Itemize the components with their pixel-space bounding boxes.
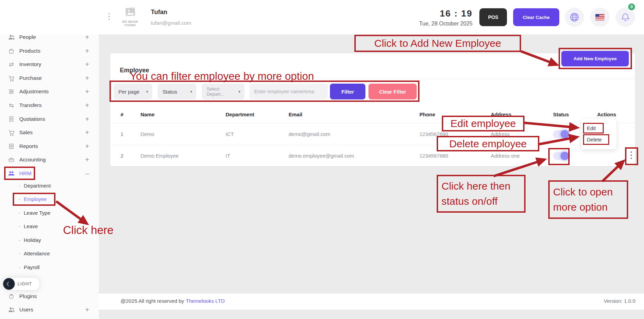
table-row: 1DemoICTdemo@gmail.com1234567890Address <box>110 123 635 145</box>
sidebar-item-label: Employee <box>24 196 47 202</box>
cell-email: demo.employee@gmail.com <box>289 153 419 159</box>
users-icon <box>8 306 15 313</box>
toggle-knob <box>561 152 569 160</box>
sidebar-item-users[interactable]: Users+ <box>0 303 99 316</box>
card-divider <box>110 79 635 79</box>
sidebar-item-adjustments[interactable]: Adjustments+ <box>0 85 99 98</box>
sidebar-item-products[interactable]: Products+ <box>0 44 99 57</box>
sidebar-item-quotations[interactable]: Quotations+ <box>0 113 99 126</box>
column-header-name: Name <box>141 111 226 117</box>
sidebar-item-label: Payroll <box>24 264 40 270</box>
expand-plus-icon[interactable]: + <box>85 47 89 55</box>
sidebar-subitem-holiday[interactable]: -Holiday <box>0 233 99 246</box>
edit-menu-item[interactable]: Edit <box>581 123 616 134</box>
expand-plus-icon[interactable]: + <box>85 88 89 96</box>
sidebar-item-sales[interactable]: Sales+ <box>0 126 99 139</box>
dash-icon: - <box>19 237 20 243</box>
annotation-more-note: Click to openmore option <box>548 180 628 219</box>
collapse-minus-icon[interactable]: – <box>85 170 89 178</box>
sidebar-item-label: Holiday <box>24 237 41 243</box>
locale-flag-button[interactable] <box>590 8 610 27</box>
copyright: @2025 All right reserved byThemelooks LT… <box>121 298 225 304</box>
sidebar-item-label: Reports <box>19 143 38 149</box>
delete-menu-item[interactable]: Delete <box>581 134 616 145</box>
reports-icon <box>8 142 15 150</box>
employee-search-input[interactable] <box>249 84 328 99</box>
expand-plus-icon[interactable]: + <box>85 102 89 109</box>
sidebar-subitem-leave[interactable]: -Leave <box>0 220 99 233</box>
sidebar-item-accounting[interactable]: Accounting+ <box>0 153 99 166</box>
sidebar-item-label: HRM <box>19 170 31 177</box>
theme-toggle[interactable]: ☾ LIGHT <box>3 277 40 290</box>
status-toggle[interactable] <box>553 152 569 160</box>
sidebar-item-plugins[interactable]: Plugins <box>0 290 99 303</box>
products-icon <box>8 47 15 55</box>
sidebar-item-hrm[interactable]: HRM– <box>0 167 99 180</box>
cell-address: Address one <box>491 153 553 159</box>
sales-icon <box>8 129 15 136</box>
sidebar-item-reports[interactable]: Reports+ <box>0 140 99 153</box>
status-select-label: Status <box>163 89 177 95</box>
language-globe-button[interactable] <box>565 8 584 27</box>
sidebar-subitem-employee[interactable]: -Employee <box>0 192 99 205</box>
pos-button[interactable]: POS <box>479 8 507 26</box>
clock-time: 16 : 19 <box>406 8 472 19</box>
dash-icon: - <box>19 210 20 216</box>
toggle-knob <box>561 130 569 138</box>
dash-icon: - <box>19 183 20 189</box>
clear-cache-button[interactable]: Clear Cache <box>513 8 559 26</box>
expand-plus-icon[interactable]: + <box>85 129 89 137</box>
department-select[interactable]: Select Depart...▾ <box>202 84 245 99</box>
filter-button[interactable]: Filter <box>330 84 365 99</box>
dash-icon: - <box>19 223 20 229</box>
expand-plus-icon[interactable]: + <box>85 74 89 82</box>
column-header-actions: Actions <box>597 111 635 117</box>
expand-plus-icon[interactable]: + <box>85 33 89 41</box>
annotation-status-note-line2: status on/off <box>442 194 510 209</box>
annotation-more-note-line1: Click to open <box>553 184 613 200</box>
sidebar-item-label: Accounting <box>19 157 46 163</box>
clear-filter-button[interactable]: Clear Filter <box>368 84 417 99</box>
cell-email: demo@gmail.com <box>289 131 419 137</box>
moon-icon: ☾ <box>3 278 15 290</box>
brand-link[interactable]: Themelooks LTD <box>186 298 225 304</box>
sidebar-item-label: Sales <box>19 129 33 136</box>
row-more-options-icon[interactable] <box>631 151 632 159</box>
sidebar-item-purchase[interactable]: Purchase+ <box>0 72 99 85</box>
chevron-down-icon: ▾ <box>238 89 240 94</box>
sidebar-item-label: Users <box>19 307 33 313</box>
sidebar-subitem-payroll[interactable]: -Payroll <box>0 260 99 274</box>
copyright-text: @2025 All right reserved by <box>121 298 184 304</box>
sidebar-item-inventory[interactable]: ⇄Inventory+ <box>0 58 99 71</box>
sidebar-subitem-attendance[interactable]: -Attendance <box>0 247 99 260</box>
status-toggle[interactable] <box>553 130 569 138</box>
department-select-label: Select Depart... <box>207 86 238 97</box>
user-name: Tufan <box>151 9 167 16</box>
expand-plus-icon[interactable]: + <box>85 61 89 68</box>
expand-plus-icon[interactable]: + <box>85 115 89 123</box>
status-select[interactable]: Status▾ <box>158 84 196 99</box>
per-page-select[interactable]: Per page▾ <box>114 84 152 99</box>
no-image-text-2: FOUND <box>119 23 141 27</box>
dash-icon: - <box>19 264 20 270</box>
arrow-to-more-options <box>602 166 619 181</box>
app: NO IMAGE FOUND Tufan tufan@gmail.com 16 … <box>0 0 644 319</box>
sidebar-item-label: People <box>19 34 36 40</box>
header-menu-icon[interactable] <box>108 13 110 20</box>
sidebar-subitem-leave-type[interactable]: -Leave Type <box>0 206 99 219</box>
column-header-address: Address <box>491 111 553 117</box>
sidebar-subitem-department[interactable]: -Department <box>0 179 99 192</box>
expand-plus-icon[interactable]: + <box>85 156 89 164</box>
sidebar-item-label: Leave <box>24 223 38 229</box>
sidebar-item-transfers[interactable]: ⇆Transfers+ <box>0 99 99 112</box>
no-image-icon <box>123 7 137 19</box>
transfers-icon: ⇆ <box>8 102 15 109</box>
expand-plus-icon[interactable]: + <box>85 306 89 314</box>
add-new-employee-button[interactable]: Add New Employee <box>561 51 629 66</box>
sidebar-item-people[interactable]: People+ <box>0 31 99 44</box>
cell-department: IT <box>226 153 289 159</box>
chevron-down-icon: ▾ <box>146 89 148 94</box>
annotation-more-note-line2: more option <box>553 200 613 215</box>
table-row: 2Demo EmployeeITdemo.employee@gmail.com1… <box>110 145 635 166</box>
expand-plus-icon[interactable]: + <box>85 142 89 150</box>
